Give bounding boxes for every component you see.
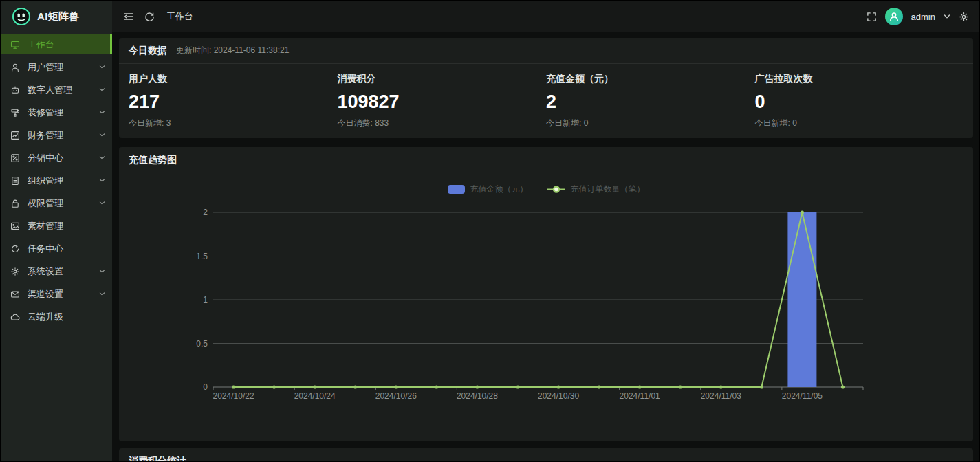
line-data-point[interactable] — [435, 385, 438, 388]
x-axis-tick-label: 2024/10/30 — [538, 391, 579, 401]
stat-label: 广告拉取次数 — [755, 73, 964, 85]
avatar[interactable] — [885, 8, 903, 25]
x-axis-tick-label: 2024/10/28 — [457, 391, 498, 401]
sidebar-item-decoration-management[interactable]: 装修管理 — [1, 102, 112, 122]
sidebar-item-channel-settings[interactable]: 渠道设置 — [1, 284, 112, 304]
legend-bar-swatch — [448, 185, 465, 194]
sidebar-item-organization-management[interactable]: 组织管理 — [1, 170, 112, 190]
sidebar-item-label: 素材管理 — [28, 220, 63, 232]
today-data-card: 今日数据 更新时间: 2024-11-06 11:38:21 用户人数 217 … — [119, 38, 973, 138]
line-data-point[interactable] — [719, 385, 723, 388]
sidebar-item-digital-human-management[interactable]: 数字人管理 — [1, 80, 112, 100]
line-data-point[interactable] — [679, 385, 682, 388]
brush-icon — [10, 107, 21, 118]
sidebar-item-label: 财务管理 — [28, 129, 63, 142]
sidebar-item-label: 装修管理 — [28, 107, 63, 119]
line-data-point[interactable] — [272, 385, 276, 388]
legend-item-order-count[interactable]: 充值订单数量（笔） — [547, 184, 645, 195]
y-axis-tick-label: 1.5 — [196, 252, 208, 261]
stat-label: 充值金额（元） — [546, 73, 755, 85]
line-data-point[interactable] — [597, 385, 600, 388]
today-card-title: 今日数据 — [129, 45, 167, 57]
sidebar-item-permission-management[interactable]: 权限管理 — [1, 193, 112, 213]
x-axis-tick-label: 2024/11/03 — [701, 391, 741, 401]
line-data-point[interactable] — [313, 385, 316, 388]
line-data-point[interactable] — [475, 385, 479, 388]
stat-value: 2 — [546, 91, 755, 113]
chart-card-header: 充值趋势图 — [119, 147, 973, 173]
robot-icon — [10, 85, 21, 95]
x-axis-tick-label: 2024/11/05 — [782, 391, 823, 401]
line-data-point[interactable] — [760, 385, 763, 388]
refresh-icon[interactable] — [144, 12, 155, 22]
points-card-header: 消费积分统计 — [119, 448, 973, 461]
username[interactable]: admin — [911, 12, 935, 22]
stat-sub: 今日新增: 0 — [755, 118, 964, 129]
sidebar: AI矩阵兽 工作台用户管理数字人管理装修管理财务管理分销中心组织管理权限管理素材… — [1, 1, 112, 461]
share-icon — [10, 153, 21, 163]
chevron-down-icon[interactable] — [944, 13, 950, 20]
line-data-point[interactable] — [801, 210, 804, 214]
chart-legend: 充值金额（元） 充值订单数量（笔） — [119, 184, 973, 195]
stat-ad-pull-count: 广告拉取次数 0 今日新增: 0 — [755, 73, 964, 129]
stat-sub: 今日新增: 3 — [129, 118, 338, 129]
line-data-point[interactable] — [556, 385, 560, 388]
line-data-point[interactable] — [516, 385, 519, 388]
stat-value: 0 — [755, 91, 964, 113]
breadcrumb[interactable]: 工作台 — [166, 10, 193, 23]
settings-gear-icon[interactable] — [959, 12, 969, 22]
sidebar-item-label: 渠道设置 — [28, 288, 63, 300]
sidebar-item-cloud-upgrade[interactable]: 云端升级 — [1, 307, 112, 327]
y-axis-tick-label: 0 — [203, 382, 208, 392]
legend-line-marker — [547, 185, 565, 194]
sidebar-item-task-center[interactable]: 任务中心 — [1, 239, 112, 258]
line-data-point[interactable] — [232, 385, 235, 388]
line-data-point[interactable] — [638, 385, 642, 388]
sidebar-item-material-management[interactable]: 素材管理 — [1, 216, 112, 236]
stat-value: 109827 — [338, 91, 547, 113]
legend-item-recharge-amount[interactable]: 充值金额（元） — [448, 184, 528, 195]
logo-row: AI矩阵兽 — [1, 1, 112, 32]
app-window: AI矩阵兽 工作台用户管理数字人管理装修管理财务管理分销中心组织管理权限管理素材… — [0, 0, 980, 462]
menu-fold-icon[interactable] — [123, 11, 134, 22]
topbar: 工作台 admin — [112, 1, 979, 32]
sidebar-item-label: 工作台 — [28, 38, 54, 51]
sidebar-item-workbench[interactable]: 工作台 — [1, 34, 112, 54]
stats-row: 用户人数 217 今日新增: 3 消费积分 109827 今日消费: 833 充… — [119, 64, 973, 129]
sidebar-item-label: 权限管理 — [28, 197, 63, 210]
sidebar-item-label: 用户管理 — [28, 61, 63, 74]
sidebar-item-label: 分销中心 — [28, 152, 63, 164]
legend-label: 充值订单数量（笔） — [571, 184, 645, 195]
bar-recharge-amount[interactable] — [787, 212, 816, 387]
stat-sub: 今日消费: 833 — [338, 118, 547, 129]
main-content: 今日数据 更新时间: 2024-11-06 11:38:21 用户人数 217 … — [112, 32, 979, 461]
sidebar-item-label: 云端升级 — [28, 311, 63, 323]
chevron-down-icon — [99, 87, 105, 93]
y-axis-tick-label: 0.5 — [196, 339, 208, 349]
line-data-point[interactable] — [353, 385, 357, 388]
chevron-down-icon — [99, 155, 105, 161]
line-data-point[interactable] — [394, 385, 398, 388]
image-icon — [10, 221, 21, 231]
org-icon — [10, 175, 21, 186]
fullscreen-icon[interactable] — [867, 12, 877, 22]
sidebar-item-system-settings[interactable]: 系统设置 — [1, 261, 112, 281]
updated-time: 更新时间: 2024-11-06 11:38:21 — [176, 45, 289, 56]
x-axis-tick-label: 2024/10/26 — [375, 391, 417, 401]
chevron-down-icon — [99, 109, 105, 116]
chevron-down-icon — [99, 200, 105, 206]
today-card-header: 今日数据 更新时间: 2024-11-06 11:38:21 — [119, 38, 973, 64]
sidebar-item-user-management[interactable]: 用户管理 — [1, 57, 112, 77]
line-data-point[interactable] — [841, 385, 845, 388]
chevron-down-icon — [99, 64, 105, 70]
sidebar-item-label: 组织管理 — [28, 175, 63, 187]
stat-value: 217 — [129, 91, 338, 113]
stat-sub: 今日新增: 0 — [546, 118, 755, 129]
stat-user-count: 用户人数 217 今日新增: 3 — [129, 73, 338, 129]
sidebar-menu: 工作台用户管理数字人管理装修管理财务管理分销中心组织管理权限管理素材管理任务中心… — [1, 32, 112, 327]
chevron-down-icon — [99, 177, 105, 184]
recharge-trend-card: 充值趋势图 充值金额（元） 充值订单数量（笔） — [119, 147, 973, 441]
sidebar-item-finance-management[interactable]: 财务管理 — [1, 125, 112, 145]
sidebar-item-distribution-center[interactable]: 分销中心 — [1, 148, 112, 168]
recharge-trend-chart[interactable]: 充值金额（元） 充值订单数量（笔） 00.511.522024/10/22202… — [119, 173, 973, 440]
